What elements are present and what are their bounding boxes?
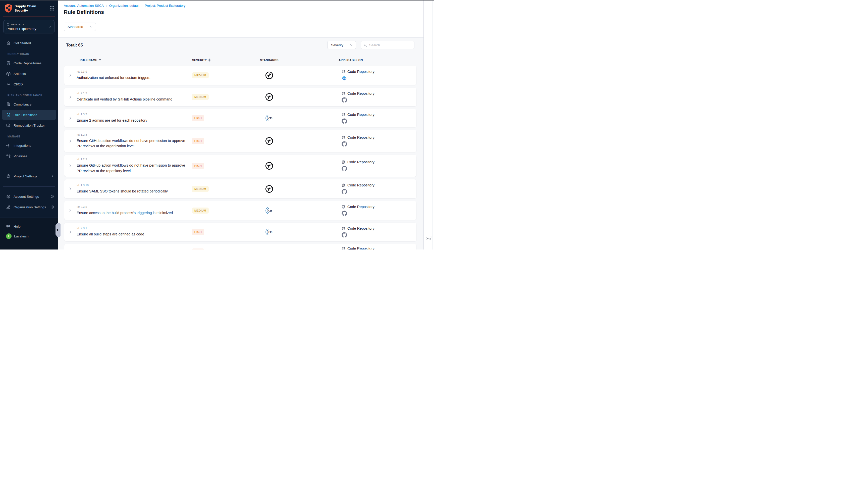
breadcrumb-separator-icon: › xyxy=(106,4,107,7)
severity-cell: HIGH xyxy=(191,229,250,235)
row-expand-chevron-icon[interactable] xyxy=(64,164,76,168)
severity-badge: MEDIUM xyxy=(192,186,209,192)
row-expand-chevron-icon[interactable] xyxy=(64,208,76,212)
sidebar-item-label: CI/CD xyxy=(14,82,23,86)
owasp-standard-icon xyxy=(265,93,273,101)
sidebar-item-integrations[interactable]: Integrations xyxy=(0,140,58,151)
row-expand-chevron-icon[interactable] xyxy=(64,187,76,191)
sidebar-divider xyxy=(3,186,55,187)
rule-row-0[interactable]: Id: 2.3.9Authorization not enforced for … xyxy=(64,65,417,85)
rule-name-cell: Id: 1.3.10Ensure SAML SSO tokens should … xyxy=(76,184,191,194)
cis-standard-icon: CIS xyxy=(265,114,273,122)
sidebar-item-pipelines[interactable]: Pipelines xyxy=(0,151,58,161)
breadcrumb-link-2[interactable]: Project: Product Exploratory xyxy=(145,4,185,8)
severity-cell: HIGH xyxy=(191,138,250,144)
right-scroll-gutter[interactable] xyxy=(423,0,434,250)
row-expand-chevron-icon[interactable] xyxy=(64,116,76,120)
integrations-icon xyxy=(6,143,11,148)
sidebar-item-remediation-tracker[interactable]: Remediation Tracker xyxy=(0,120,58,131)
user-menu[interactable]: L Lavakush xyxy=(0,233,58,239)
applicable-on-label: Code Repository xyxy=(347,92,374,96)
user-name: Lavakush xyxy=(14,234,29,238)
rule-row-1[interactable]: Id: 2.1.2Certificate not verified by Git… xyxy=(64,88,417,106)
severity-cell: HIGH xyxy=(191,115,250,121)
rule-name-cell: Id: 2.3.5Ensure access to the build proc… xyxy=(76,205,191,216)
sidebar-item-artifacts[interactable]: Artifacts xyxy=(0,68,58,79)
harness-code-provider-icon: </> xyxy=(342,75,347,81)
gear-icon xyxy=(6,174,11,179)
rule-row-3[interactable]: Id: 1.2.8Ensure GitHub action workflows … xyxy=(64,130,417,152)
rule-row-8[interactable]: Id: 1.1.9HIGHCIS</>Code Repository xyxy=(64,244,417,250)
column-header-applicable-on: APPLICABLE ON xyxy=(288,59,417,62)
svg-text:?: ? xyxy=(8,225,9,227)
sort-both-icon xyxy=(209,59,210,62)
sidebar-item-ci-cd[interactable]: CI/CD xyxy=(0,79,58,89)
severity-badge: HIGH xyxy=(192,248,204,250)
sidebar-item-account-settings[interactable]: Account Settings xyxy=(0,191,58,202)
sidebar-item-compliance[interactable]: Compliance xyxy=(0,99,58,110)
standards-filter-dropdown[interactable]: Standards xyxy=(64,23,96,31)
severity-badge: MEDIUM xyxy=(192,94,209,100)
collapse-left-triangle-icon xyxy=(56,228,58,231)
search-box[interactable] xyxy=(361,41,414,49)
svg-text:CIS: CIS xyxy=(268,209,272,212)
standards-cell xyxy=(250,185,288,193)
app-switcher-grid-icon[interactable] xyxy=(49,6,54,11)
row-expand-chevron-icon[interactable] xyxy=(64,95,76,99)
svg-text:</>: </> xyxy=(343,248,345,250)
row-expand-chevron-icon[interactable] xyxy=(64,73,76,77)
row-expand-chevron-icon[interactable] xyxy=(64,139,76,143)
applicable-on-label: Code Repository xyxy=(347,246,374,250)
svg-text:</>: </> xyxy=(8,63,10,64)
severity-cell: MEDIUM xyxy=(191,186,250,192)
cis-standard-icon: CIS xyxy=(260,249,268,250)
github-provider-icon xyxy=(342,210,347,216)
sidebar-item-project-settings[interactable]: Project Settings xyxy=(0,171,58,181)
sidebar-item-get-started[interactable]: Get Started xyxy=(0,38,58,48)
rule-name: Ensure 2 admins are set for each reposit… xyxy=(77,118,147,123)
sidebar-item-code-repositories[interactable]: </>Code Repositories xyxy=(0,58,58,68)
search-input[interactable] xyxy=(369,43,409,47)
column-header-rule-name[interactable]: RULE NAME xyxy=(76,59,191,62)
main-content: Account: Automation-SSCA›Organization: d… xyxy=(58,0,434,250)
sidebar-item-label: Rule Definitions xyxy=(14,113,37,117)
standards-cell xyxy=(250,137,288,145)
rule-row-4[interactable]: Id: 1.2.9Ensure GitHub action workflows … xyxy=(64,155,417,177)
sidebar-item-rule-definitions[interactable]: Rule Definitions xyxy=(0,110,58,120)
standards-cell: CIS xyxy=(250,228,288,236)
severity-cell: MEDIUM xyxy=(191,72,250,78)
applicable-on-label: Code Repository xyxy=(347,112,374,117)
rule-row-6[interactable]: Id: 2.3.5Ensure access to the build proc… xyxy=(64,201,417,220)
breadcrumb-link-1[interactable]: Organization: default xyxy=(109,4,139,8)
rule-name: Ensure access to the build process's tri… xyxy=(77,210,173,216)
rule-name: Ensure GitHub action workflows do not ha… xyxy=(77,138,190,149)
row-expand-chevron-icon[interactable] xyxy=(64,230,76,234)
rule-row-2[interactable]: Id: 1.3.7Ensure 2 admins are set for eac… xyxy=(64,109,417,127)
pipelines-icon xyxy=(6,154,11,159)
rule-row-5[interactable]: Id: 1.3.10Ensure SAML SSO tokens should … xyxy=(64,179,417,198)
project-selector[interactable]: PROJECT Product Exploratory xyxy=(3,20,54,34)
svg-text:</>: </> xyxy=(343,162,345,163)
svg-text:CIS: CIS xyxy=(268,231,272,233)
severity-filter-dropdown[interactable]: Severity xyxy=(327,41,356,49)
column-header-severity[interactable]: SEVERITY xyxy=(191,59,250,62)
code-repository-icon: </> xyxy=(341,70,345,74)
breadcrumb-link-0[interactable]: Account: Automation-SSCA xyxy=(64,4,104,8)
rules-panel: Total: 65 Severity RULE NAME xyxy=(58,38,423,250)
sidebar-item-help[interactable]: ? Help xyxy=(0,221,58,231)
svg-text:</>: </> xyxy=(343,228,345,229)
support-chat-icon[interactable] xyxy=(426,235,432,242)
sidebar-collapse-handle[interactable] xyxy=(55,223,61,237)
repo-icon: </> xyxy=(6,61,11,65)
column-header-standards: STANDARDS xyxy=(250,59,288,62)
rule-name-cell: Id: 1.2.9Ensure GitHub action workflows … xyxy=(76,158,191,173)
help-chat-icon: ? xyxy=(6,224,11,229)
chevron-right-icon xyxy=(51,175,54,178)
sidebar-item-label: Pipelines xyxy=(14,154,27,158)
standards-cell xyxy=(250,71,288,80)
svg-text:</>: </> xyxy=(343,207,345,208)
sidebar-item-organization-settings[interactable]: Organization Settings xyxy=(0,202,58,212)
table-header-row: RULE NAME SEVERITY STANDARDS APPLICABLE … xyxy=(64,58,417,62)
row-expand-chevron-icon[interactable] xyxy=(64,244,76,250)
rule-row-7[interactable]: Id: 2.3.1Ensure all build steps are defi… xyxy=(64,223,417,241)
